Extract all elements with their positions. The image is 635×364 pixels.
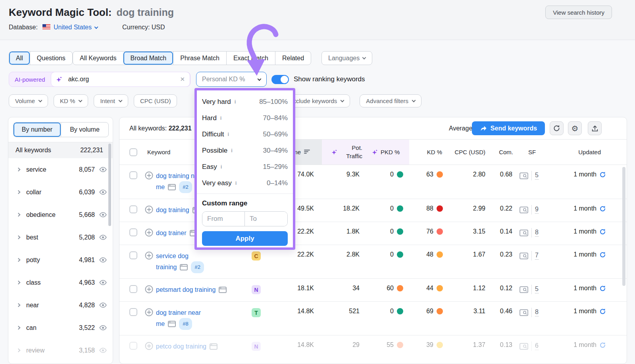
position-badge[interactable]: #2	[191, 261, 204, 273]
intent-badge[interactable]: N	[252, 285, 261, 294]
show-ranking-keywords-toggle[interactable]	[271, 75, 289, 84]
column-keyword[interactable]: Keyword	[147, 140, 170, 165]
sf-count[interactable]: 5	[535, 172, 539, 180]
eye-icon[interactable]	[99, 257, 107, 263]
position-badge[interactable]: #2	[179, 181, 192, 193]
keyword-group-item[interactable]: near 4,828	[8, 294, 113, 316]
kd-range-option[interactable]: Possible i 30–49%	[197, 142, 293, 159]
keyword-link-line2[interactable]: me	[156, 319, 165, 329]
info-icon[interactable]: i	[227, 131, 229, 137]
column-pot-traffic[interactable]: Pot. Traffic	[326, 140, 362, 165]
chevron-right-icon[interactable]	[17, 258, 21, 262]
serp-features-icon[interactable]	[520, 286, 528, 293]
sidebar-sort-tab[interactable]: By number	[13, 123, 61, 137]
refresh-keyword-icon[interactable]	[599, 308, 606, 315]
serp-features-icon[interactable]	[520, 309, 528, 316]
eye-icon[interactable]	[99, 325, 107, 331]
tab-item[interactable]: Questions	[30, 52, 72, 65]
add-keyword-icon[interactable]	[145, 285, 153, 295]
serp-features-icon[interactable]	[520, 172, 528, 179]
tab-item[interactable]: All Keywords	[73, 52, 123, 65]
chevron-right-icon[interactable]	[17, 349, 21, 353]
eye-icon[interactable]	[99, 167, 107, 172]
kd-filter[interactable]: KD %	[54, 94, 88, 107]
eye-icon[interactable]	[99, 302, 107, 308]
table-scrollbar[interactable]	[622, 167, 625, 286]
serp-features-icon[interactable]	[520, 207, 528, 213]
add-keyword-icon[interactable]	[145, 228, 153, 238]
keyword-group-item[interactable]: can 3,522	[8, 316, 113, 339]
from-input[interactable]	[202, 212, 245, 226]
serp-preview-icon[interactable]	[168, 184, 176, 190]
select-all-checkbox[interactable]	[129, 148, 137, 156]
all-keywords-row[interactable]: All keywords 222,231	[8, 142, 113, 158]
refresh-keyword-icon[interactable]	[599, 205, 606, 212]
refresh-keyword-icon[interactable]	[599, 171, 606, 178]
info-icon[interactable]: i	[231, 148, 233, 153]
chevron-right-icon[interactable]	[17, 303, 21, 307]
tab-item[interactable]: Related	[275, 52, 311, 65]
chevron-right-icon[interactable]	[17, 281, 21, 285]
sf-count[interactable]: 5	[535, 285, 539, 293]
keyword-link[interactable]: petco dog training	[156, 341, 206, 352]
to-input[interactable]	[245, 212, 287, 226]
keyword-group-item[interactable]: service 8,057	[8, 158, 113, 181]
gear-icon[interactable]: ⚙	[568, 121, 582, 135]
add-keyword-icon[interactable]	[145, 205, 153, 215]
sf-count[interactable]: 6	[535, 342, 539, 350]
column-com[interactable]: Com.	[489, 140, 513, 165]
keyword-group-item[interactable]: potty 4,981	[8, 249, 113, 271]
keyword-group-item[interactable]: obedience 5,668	[8, 203, 113, 226]
apply-button[interactable]: Apply	[202, 231, 288, 246]
intent-badge[interactable]: N	[252, 342, 261, 351]
chevron-right-icon[interactable]	[17, 326, 21, 330]
column-pkd[interactable]: PKD %	[372, 140, 400, 165]
export-icon[interactable]	[588, 121, 602, 135]
keyword-link[interactable]: dog trainer near	[156, 308, 201, 318]
serp-preview-icon[interactable]	[168, 321, 176, 327]
sidebar-scrollbar[interactable]	[108, 144, 111, 226]
row-checkbox[interactable]	[129, 308, 137, 316]
refresh-icon[interactable]	[550, 121, 564, 135]
chevron-right-icon[interactable]	[17, 168, 21, 172]
eye-icon[interactable]	[99, 280, 107, 285]
send-keywords-button[interactable]: Send keywords	[472, 121, 545, 135]
intent-filter[interactable]: Intent	[94, 94, 128, 107]
add-keyword-icon[interactable]	[145, 171, 153, 181]
sf-count[interactable]: 8	[535, 229, 539, 237]
row-checkbox[interactable]	[129, 228, 137, 236]
position-badge[interactable]: #8	[179, 318, 192, 330]
sf-count[interactable]: 8	[535, 308, 539, 316]
refresh-keyword-icon[interactable]	[599, 285, 606, 292]
keyword-group-item[interactable]: collar 6,039	[8, 181, 113, 203]
row-checkbox[interactable]	[129, 205, 137, 213]
column-updated[interactable]: Updated	[561, 140, 601, 165]
kd-range-option[interactable]: Easy i 15–29%	[197, 159, 293, 175]
view-search-history-button[interactable]: View search history	[545, 6, 612, 19]
intent-badge[interactable]: C	[252, 251, 261, 261]
row-checkbox[interactable]	[129, 342, 137, 350]
row-checkbox[interactable]	[129, 251, 137, 259]
kd-range-option[interactable]: Very easy i 0–14%	[197, 175, 293, 191]
database-selector[interactable]: United States	[54, 24, 98, 31]
advanced-filters[interactable]: Advanced filters	[360, 94, 421, 107]
tab-item[interactable]: Exact Match	[226, 52, 275, 65]
sidebar-sort-tab[interactable]: By volume	[61, 123, 108, 137]
info-icon[interactable]: i	[235, 99, 236, 105]
kd-range-option[interactable]: Difficult i 50–69%	[197, 126, 293, 142]
keyword-group-item[interactable]: review 3,158	[8, 339, 113, 362]
eye-icon[interactable]	[99, 189, 107, 195]
chevron-right-icon[interactable]	[17, 213, 21, 217]
tab-item[interactable]: All	[9, 52, 30, 65]
eye-icon[interactable]	[99, 234, 107, 240]
keyword-link-line2[interactable]: me	[156, 182, 165, 192]
serp-preview-icon[interactable]	[210, 343, 217, 350]
keyword-link[interactable]: dog trainer	[156, 228, 187, 238]
eye-icon[interactable]	[99, 212, 107, 218]
refresh-keyword-icon[interactable]	[599, 251, 606, 258]
row-checkbox[interactable]	[129, 285, 137, 293]
serp-preview-icon[interactable]	[180, 264, 188, 270]
volume-filter[interactable]: Volume	[9, 94, 48, 107]
chevron-right-icon[interactable]	[17, 190, 21, 194]
refresh-keyword-icon[interactable]	[599, 342, 606, 349]
